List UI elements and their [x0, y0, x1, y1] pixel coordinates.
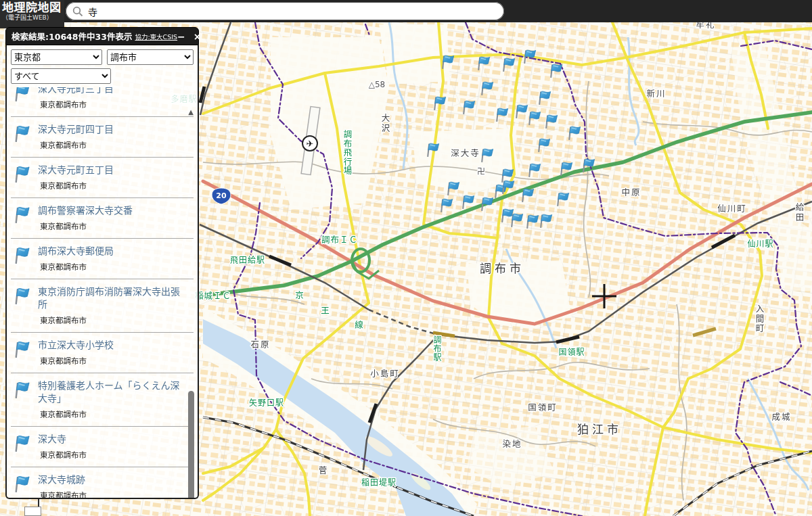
result-name[interactable]: 深大寺元町四丁目: [38, 123, 114, 136]
map-label: 小島町: [370, 369, 400, 379]
map-label: 深大寺: [451, 148, 480, 158]
map-label: 調布ＩＣ: [321, 235, 358, 245]
result-address: 東京都調布市: [40, 314, 181, 325]
flag-icon: [14, 164, 38, 191]
map-label: 卍: [477, 167, 485, 177]
result-address: 東京都調布市: [40, 99, 114, 110]
result-address: 東京都調布市: [40, 449, 87, 460]
category-select[interactable]: すべて: [11, 68, 111, 84]
map-label: △58: [369, 80, 386, 89]
map-label: 京: [295, 290, 304, 300]
result-name[interactable]: 深大寺元町五丁目: [38, 164, 114, 177]
result-list-item[interactable]: 市立深大寺小学校 東京都調布市: [11, 333, 194, 373]
result-name[interactable]: 深大寺元町三丁目: [38, 87, 114, 95]
city-select[interactable]: 調布市: [107, 49, 194, 65]
result-list-item[interactable]: 特別養護老人ホーム「らくえん深大寺」 東京都調布市: [11, 373, 194, 427]
result-address: 東京都調布市: [40, 261, 114, 272]
app-title: 地理院地図: [2, 1, 64, 14]
svg-text:20: 20: [216, 191, 227, 200]
flag-icon: [14, 433, 38, 460]
search-bar[interactable]: [66, 2, 504, 20]
map-label: 狛江市: [577, 423, 622, 436]
map-label: 仙川町: [717, 204, 747, 214]
search-results-panel: 検索結果:10648件中33件表示 協力:東大CSIS − × 東京都 調布市 …: [5, 27, 199, 499]
result-name[interactable]: 深大寺城跡: [38, 473, 87, 486]
scrollbar: ▲ ▼: [187, 108, 196, 499]
flag-icon: [14, 339, 38, 366]
result-list-item[interactable]: 深大寺元町四丁目 東京都調布市: [11, 117, 194, 158]
panel-title: 検索結果:10648件中33件表示: [12, 30, 132, 43]
map-label: 大沢: [380, 114, 390, 133]
map-label: 稲田堤駅: [361, 478, 397, 488]
svg-text:✈: ✈: [307, 139, 314, 149]
map-label: 調布市: [480, 262, 524, 275]
app-subtitle: （電子国土WEB）: [2, 14, 64, 21]
panel-header[interactable]: 検索結果:10648件中33件表示 協力:東大CSIS − ×: [5, 27, 199, 45]
map-label: 矢野口駅: [249, 398, 284, 408]
result-list-item[interactable]: 深大寺元町五丁目 東京都調布市: [11, 158, 194, 198]
result-address: 東京都調布市: [40, 490, 87, 499]
search-icon: [72, 6, 83, 17]
flag-icon: [14, 204, 38, 231]
close-icon[interactable]: ×: [194, 31, 202, 42]
map-label: 新川: [646, 89, 666, 99]
result-list-item[interactable]: 深大寺元町三丁目 東京都調布市: [11, 87, 194, 117]
flag-icon: [14, 245, 38, 272]
map-label: 石原: [250, 339, 270, 350]
scroll-up-arrow[interactable]: ▲: [187, 108, 195, 116]
result-list: 深大寺元町三丁目 東京都調布市 深大寺元町四丁目 東京都調布市 深大寺元町五丁目…: [11, 87, 194, 499]
map-label: 成城: [771, 412, 791, 422]
map-label: 線: [355, 320, 364, 330]
map-label: 入間町: [754, 304, 765, 334]
app-logo[interactable]: 地理院地図 （電子国土WEB）: [0, 0, 64, 28]
flag-icon: [14, 285, 38, 325]
map-label: 飛田給駅: [230, 256, 265, 265]
map-label: 稲城ＩＣ: [195, 291, 231, 301]
result-name[interactable]: 深大寺: [38, 433, 87, 446]
gsi-maps-app: ✈ 20 調布市狛江市深大寺新川牟礼中原仙川町石原小島町国領町染地成城菅大沢給田…: [0, 0, 812, 516]
zoom-control-partial[interactable]: [24, 507, 41, 516]
result-name[interactable]: 調布警察署深大寺交番: [38, 204, 133, 217]
result-list-item[interactable]: 調布警察署深大寺交番 東京都調布市: [11, 198, 194, 239]
map-label: 国領町: [528, 402, 558, 413]
search-input[interactable]: [88, 6, 497, 17]
flag-icon: [14, 123, 38, 150]
result-address: 東京都調布市: [40, 408, 181, 419]
result-address: 東京都調布市: [40, 139, 114, 150]
map-label: 調布駅: [432, 335, 441, 362]
map-label: 菅: [319, 465, 329, 475]
map-label: 中原: [621, 187, 641, 197]
result-list-item[interactable]: 深大寺城跡 東京都調布市: [11, 467, 194, 499]
result-name[interactable]: 特別養護老人ホーム「らくえん深大寺」: [38, 379, 181, 405]
map-label: 王: [321, 306, 330, 316]
scale-tick: [38, 498, 39, 507]
map-label: 給田: [794, 203, 805, 222]
map-label: 仙川駅: [747, 239, 773, 249]
flag-icon: [14, 87, 38, 110]
prefecture-select[interactable]: 東京都: [11, 49, 102, 65]
map-label: 調布飛行場: [342, 130, 353, 176]
map-label: 国領駅: [558, 347, 585, 357]
panel-body: 東京都 調布市 すべて 深大寺元町三丁目 東京都調布市: [5, 45, 199, 499]
result-list-item[interactable]: 深大寺 東京都調布市: [11, 427, 194, 467]
scroll-thumb[interactable]: [188, 391, 194, 499]
result-address: 東京都調布市: [40, 220, 133, 231]
result-address: 東京都調布市: [40, 180, 114, 191]
result-name[interactable]: 東京消防庁調布消防署深大寺出張所: [38, 285, 181, 311]
result-name[interactable]: 市立深大寺小学校: [38, 339, 114, 352]
result-list-item[interactable]: 調布深大寺郵便局 東京都調布市: [11, 239, 194, 279]
result-address: 東京都調布市: [40, 355, 114, 366]
result-list-item[interactable]: 東京消防庁調布消防署深大寺出張所 東京都調布市: [11, 279, 194, 333]
result-name[interactable]: 調布深大寺郵便局: [38, 245, 114, 258]
flag-icon: [14, 379, 38, 419]
credit-link[interactable]: 協力:東大CSIS: [135, 32, 177, 41]
minimize-button[interactable]: −: [177, 33, 185, 40]
flag-icon: [14, 473, 38, 499]
map-label: 染地: [502, 439, 522, 449]
